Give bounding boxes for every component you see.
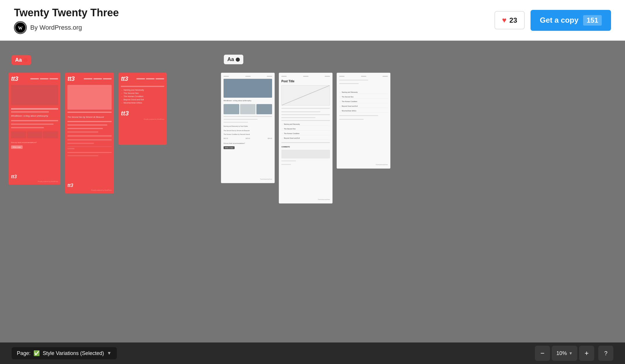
header-meta: W By WordPress.org: [14, 21, 119, 34]
like-count: 23: [509, 16, 517, 24]
price3: $34.00: [268, 138, 272, 139]
help-icon: ?: [604, 350, 607, 357]
theme-title: Twenty Twenty Three: [14, 7, 119, 19]
page-check-icon: ✅: [33, 350, 40, 356]
dark-dot-icon: [236, 58, 240, 62]
bottom-toolbar: Page: ✅ Style Variations (Selected) ▼ − …: [0, 342, 625, 364]
zoom-out-button[interactable]: −: [535, 346, 550, 361]
white-card-1-cta: Got any book recommendations?: [224, 142, 272, 144]
page-chevron-icon: ▼: [107, 351, 112, 356]
comments-label: Comments: [281, 146, 330, 148]
author-label: By WordPress.org: [30, 24, 82, 31]
red-theme-previews: tt3 Mindblown: a blog about philosophy.: [9, 73, 167, 193]
zoom-level: 10%: [556, 350, 567, 356]
page-header: Twenty Twenty Three W By WordPress.org ♥…: [0, 0, 625, 41]
white-preview-card-2[interactable]: Post Title →Naming and Necessity →The: [279, 73, 333, 204]
white-card-2-footer: Twentytwentythree: [281, 199, 330, 200]
white-preview-card-1[interactable]: Mindblown: a blog about philosophy. Nami…: [221, 73, 275, 183]
swatch-white-label: Aa: [227, 56, 234, 63]
page-name: Style Variations (Selected): [43, 350, 104, 356]
header-left: Twenty Twenty Three W By WordPress.org: [14, 7, 119, 34]
zoom-display[interactable]: 10% ▼: [552, 346, 577, 361]
wordpress-logo: W: [14, 21, 27, 34]
red-color-swatch[interactable]: Aa: [12, 55, 31, 65]
zoom-controls: − 10% ▼ + ?: [535, 346, 613, 361]
svg-text:W: W: [18, 26, 23, 31]
svg-line-3: [282, 85, 330, 105]
header-right: ♥ 23 Get a copy 151: [494, 10, 611, 31]
white-card-1-btn: Write a reply: [224, 146, 235, 149]
page-label: Page:: [17, 350, 31, 356]
price2: $40.00: [246, 138, 250, 139]
get-copy-button[interactable]: Get a copy 151: [531, 10, 611, 31]
help-button[interactable]: ?: [598, 346, 613, 361]
white-color-swatch[interactable]: Aa: [224, 55, 243, 64]
white-card-1-caption: Mindblown: a blog about philosophy.: [224, 100, 272, 102]
white-theme-previews: Mindblown: a blog about philosophy. Nami…: [221, 73, 390, 204]
minus-icon: −: [540, 349, 544, 357]
red-preview-card-2[interactable]: tt3 The Second Sex by Simone de Beauvoir: [65, 73, 114, 193]
price1: $40.00: [224, 138, 228, 139]
white-card-1-book1: Naming and Necessity by Saul Kripke: [224, 125, 272, 127]
plus-icon: +: [585, 349, 589, 357]
white-card-1-book2: The Second Sex by Simone de Beauvoir: [224, 130, 272, 131]
white-card-2-title: Post Title: [281, 80, 330, 83]
white-preview-card-3[interactable]: →Naming and Necessity →The Second Sex →T…: [337, 73, 390, 169]
like-button[interactable]: ♥ 23: [494, 11, 525, 29]
white-card-1-book3: The Human Condition by Hannah Arendt: [224, 133, 272, 135]
red-preview-card-1[interactable]: tt3 Mindblown: a blog about philosophy.: [9, 73, 60, 185]
zoom-in-button[interactable]: +: [579, 346, 594, 361]
heart-icon: ♥: [502, 16, 506, 25]
get-copy-label: Get a copy: [540, 16, 578, 25]
swatch-red-label: Aa: [15, 57, 22, 63]
theme-canvas: Aa Aa tt3 Mindblown: a b: [0, 41, 625, 342]
zoom-chevron-icon: ▼: [569, 351, 573, 356]
red-dot-icon: [24, 58, 28, 62]
diagonal-line-icon: [282, 85, 330, 105]
page-selector[interactable]: Page: ✅ Style Variations (Selected) ▼: [12, 347, 117, 359]
get-copy-count: 151: [583, 15, 602, 26]
red-preview-card-3[interactable]: tt3 →Naming and Necessity →The Second Se…: [119, 73, 167, 145]
